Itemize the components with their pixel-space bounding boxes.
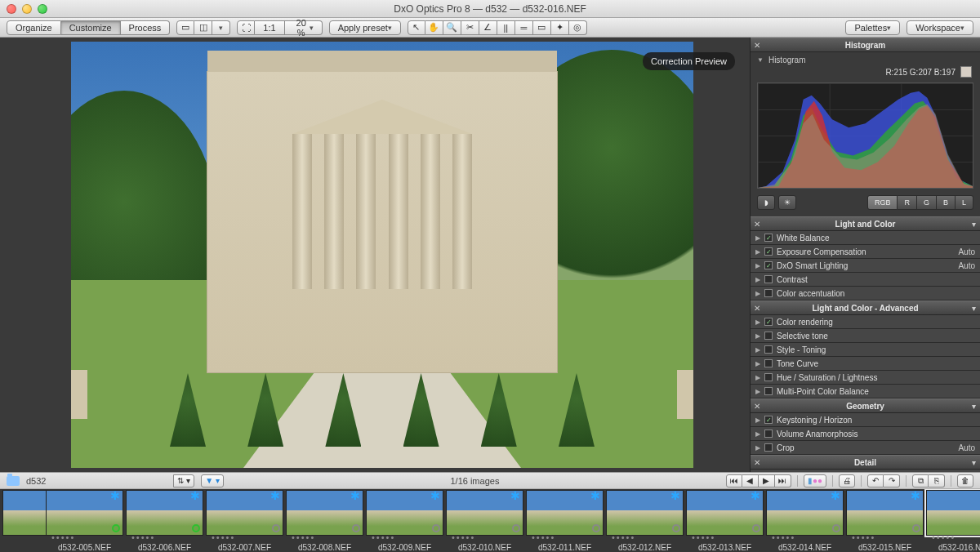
palettes-dropdown[interactable]: Palettes — [845, 20, 900, 35]
nav-next-icon[interactable]: ▶ — [759, 474, 775, 487]
copy-settings-icon[interactable]: ⧉ — [912, 474, 929, 487]
disclosure-triangle-icon[interactable]: ▶ — [755, 290, 760, 297]
correction-row[interactable]: ▶Volume Anamorphosis — [751, 427, 980, 441]
thumbnail[interactable]: ✱••••• — [206, 490, 283, 536]
nav-first-icon[interactable]: ⏮ — [726, 474, 742, 487]
enable-checkbox[interactable]: ✓ — [764, 318, 773, 326]
thumbnail[interactable]: ✱••••• — [286, 490, 363, 536]
image-viewer[interactable]: Correction Preview — [0, 38, 750, 472]
tool-dust-icon[interactable]: ✦ — [551, 20, 569, 35]
close-icon[interactable]: ✕ — [751, 41, 764, 50]
enable-checkbox[interactable] — [764, 430, 773, 438]
enable-checkbox[interactable] — [764, 359, 773, 367]
panel-header-histogram[interactable]: ✕ Histogram — [751, 38, 980, 52]
thumbnail[interactable]: ✱••••• — [766, 490, 844, 536]
thumbnail[interactable]: ✱••••• — [446, 490, 523, 536]
rating-dots[interactable]: ••••• — [372, 532, 395, 542]
rating-dots[interactable]: ••••• — [212, 532, 235, 542]
tool-pointer-icon[interactable]: ↖ — [408, 20, 425, 35]
channel-rgb-button[interactable]: RGB — [867, 195, 898, 210]
auto-button[interactable]: Auto — [958, 247, 975, 256]
correction-row[interactable]: ▶Selective tone — [751, 329, 980, 343]
panel-header-detail[interactable]: ✕ Detail ▾ — [751, 455, 980, 470]
enable-checkbox[interactable]: ✓ — [764, 416, 773, 424]
enable-checkbox[interactable] — [764, 332, 773, 340]
rating-dots[interactable]: ••••• — [292, 532, 315, 542]
correction-preview-badge[interactable]: Correction Preview — [643, 52, 735, 70]
channel-r-button[interactable]: R — [898, 195, 917, 210]
thumbnail[interactable]: ✱••••• — [366, 490, 443, 536]
menu-icon[interactable]: ▾ — [967, 402, 980, 411]
shadow-clip-icon[interactable]: ◗ — [757, 195, 775, 210]
tool-magnifier-icon[interactable]: 🔍 — [443, 20, 461, 35]
tab-organize[interactable]: Organize — [7, 20, 61, 35]
panel-header-geometry[interactable]: ✕ Geometry ▾ — [751, 398, 980, 413]
tool-keystone-v-icon[interactable]: || — [497, 20, 515, 35]
zoom-fit-icon[interactable]: ⛶ — [237, 20, 255, 35]
disclosure-triangle-icon[interactable]: ▶ — [755, 444, 760, 452]
correction-row[interactable]: ▶✓Exposure CompensationAuto — [751, 245, 980, 259]
rating-dots[interactable]: ••••• — [452, 532, 475, 542]
enable-checkbox[interactable] — [764, 387, 773, 395]
undo-icon[interactable]: ↶ — [867, 474, 884, 487]
disclosure-triangle-icon[interactable]: ▼ — [757, 56, 764, 64]
channel-l-button[interactable]: L — [956, 195, 973, 210]
paste-settings-icon[interactable]: ⎘ — [929, 474, 945, 487]
disclosure-triangle-icon[interactable]: ▶ — [755, 374, 760, 381]
correction-row[interactable]: ▶ Noise — [751, 470, 980, 472]
disclosure-triangle-icon[interactable]: ▶ — [755, 276, 760, 283]
disclosure-triangle-icon[interactable]: ▶ — [755, 416, 760, 424]
correction-row[interactable]: ▶Color accentuation — [751, 287, 980, 300]
tab-process[interactable]: Process — [121, 20, 171, 35]
tool-rectangle-icon[interactable]: ▭ — [533, 20, 551, 35]
tool-horizon-icon[interactable]: ∠ — [479, 20, 497, 35]
view-reference-dropdown[interactable] — [212, 20, 230, 35]
tab-customize[interactable]: Customize — [61, 20, 121, 35]
disclosure-triangle-icon[interactable]: ▶ — [755, 360, 760, 367]
thumbnail[interactable]: ✱••••• — [686, 490, 764, 536]
close-icon[interactable]: ✕ — [751, 304, 764, 313]
correction-row[interactable]: ▶✓White Balance — [751, 231, 980, 245]
correction-row[interactable]: ▶Style - Toning — [751, 343, 980, 357]
correction-row[interactable]: ▶CropAuto — [751, 441, 980, 455]
close-icon[interactable]: ✕ — [751, 458, 764, 467]
thumbnail[interactable]: ✱••••• — [606, 490, 684, 536]
enable-checkbox[interactable] — [764, 289, 773, 297]
close-icon[interactable]: ✕ — [751, 402, 764, 411]
panel-header-light-color[interactable]: ✕ Light and Color ▾ — [751, 216, 980, 231]
thumbnail[interactable]: ✱••••• — [46, 490, 123, 536]
rating-dots[interactable]: ••••• — [692, 532, 715, 542]
channel-b-button[interactable]: B — [937, 195, 956, 210]
disclosure-triangle-icon[interactable]: ▶ — [755, 332, 760, 340]
zoom-1to1-button[interactable]: 1:1 — [255, 20, 284, 35]
disclosure-triangle-icon[interactable]: ▶ — [755, 248, 760, 256]
zoom-value-dropdown[interactable]: 20 % — [285, 20, 323, 35]
disclosure-triangle-icon[interactable]: ▶ — [755, 318, 760, 326]
auto-button[interactable]: Auto — [958, 443, 975, 452]
rating-dots[interactable]: ••••• — [51, 532, 75, 542]
disclosure-triangle-icon[interactable]: ▶ — [755, 262, 760, 269]
filter-button[interactable]: ▼ ▾ — [201, 474, 224, 487]
rating-dots[interactable]: ••••• — [772, 532, 795, 542]
thumbnail[interactable] — [2, 490, 51, 536]
rating-dots[interactable]: ••••• — [131, 532, 155, 542]
highlight-clip-icon[interactable]: ☀ — [778, 195, 796, 210]
rating-dots[interactable]: ••••• — [932, 532, 956, 542]
enable-checkbox[interactable]: ✓ — [764, 234, 773, 242]
sort-button[interactable]: ⇅ ▾ — [173, 474, 194, 487]
correction-row[interactable]: ▶✓Keystoning / Horizon — [751, 413, 980, 427]
thumbnail[interactable]: ✱••••• — [126, 490, 203, 536]
tool-target-icon[interactable]: ◎ — [569, 20, 587, 35]
print-icon[interactable]: 🖨 — [839, 474, 855, 487]
enable-checkbox[interactable] — [764, 345, 773, 354]
auto-button[interactable]: Auto — [958, 261, 975, 270]
trash-icon[interactable]: 🗑 — [957, 474, 973, 487]
correction-row[interactable]: ▶✓DxO Smart LightingAuto — [751, 259, 980, 273]
disclosure-triangle-icon[interactable]: ▶ — [755, 346, 760, 354]
nav-last-icon[interactable]: ⏭ — [775, 474, 791, 487]
tool-crop-icon[interactable]: ✂ — [461, 20, 479, 35]
panel-header-light-color-adv[interactable]: ✕ Light and Color - Advanced ▾ — [751, 300, 980, 315]
correction-row[interactable]: ▶Tone Curve — [751, 357, 980, 371]
correction-row[interactable]: ▶Hue / Saturation / Lightness — [751, 371, 980, 385]
enable-checkbox[interactable] — [764, 275, 773, 283]
